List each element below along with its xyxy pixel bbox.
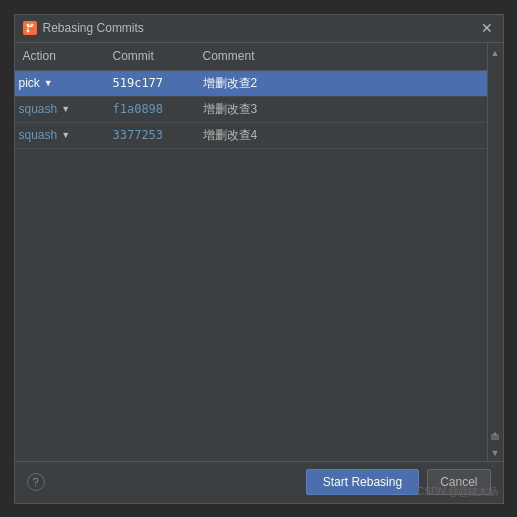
table-row[interactable]: squash ▼ f1a0898 增删改查3 [15, 97, 487, 123]
table-row[interactable]: squash ▼ 3377253 增删改查4 [15, 123, 487, 149]
right-panel: ▲ ▼ [487, 43, 503, 461]
scroll-up-button[interactable]: ▲ [488, 46, 502, 60]
main-table: Action Commit Comment pick ▼ 519c177 增删改… [15, 43, 487, 461]
git-icon [23, 21, 37, 35]
column-header-action: Action [15, 49, 105, 63]
cell-commit-2: 3377253 [105, 128, 195, 142]
action-value-1: squash [19, 102, 58, 116]
close-button[interactable]: ✕ [479, 20, 495, 36]
cell-comment-0: 增删改查2 [195, 75, 487, 92]
footer: ? Start Rebasing Cancel [15, 461, 503, 503]
table-body[interactable]: pick ▼ 519c177 增删改查2 squash ▼ f1a0898 增删… [15, 71, 487, 461]
cell-comment-2: 增删改查4 [195, 127, 487, 144]
cancel-button[interactable]: Cancel [427, 469, 490, 495]
dropdown-arrow-0[interactable]: ▼ [44, 78, 53, 88]
action-value-0: pick [19, 76, 40, 90]
column-header-comment: Comment [195, 49, 471, 63]
action-value-2: squash [19, 128, 58, 142]
footer-buttons: Start Rebasing Cancel [306, 469, 491, 495]
dropdown-arrow-2[interactable]: ▼ [61, 130, 70, 140]
table-row[interactable]: pick ▼ 519c177 增删改查2 [15, 71, 487, 97]
dropdown-arrow-1[interactable]: ▼ [61, 104, 70, 114]
title-bar-left: Rebasing Commits [23, 21, 144, 35]
start-rebasing-button[interactable]: Start Rebasing [306, 469, 419, 495]
svg-marker-8 [493, 432, 497, 435]
cell-commit-1: f1a0898 [105, 102, 195, 116]
reorder-icon[interactable] [488, 430, 502, 444]
svg-point-2 [26, 30, 29, 33]
scroll-down-button[interactable]: ▼ [488, 446, 502, 460]
help-button[interactable]: ? [27, 473, 45, 491]
dialog-title: Rebasing Commits [43, 21, 144, 35]
content-area: Action Commit Comment pick ▼ 519c177 增删改… [15, 43, 503, 461]
cell-action-0[interactable]: pick ▼ [15, 76, 105, 90]
table-header: Action Commit Comment [15, 43, 487, 71]
cell-action-2[interactable]: squash ▼ [15, 128, 105, 142]
cell-action-1[interactable]: squash ▼ [15, 102, 105, 116]
title-bar: Rebasing Commits ✕ [15, 15, 503, 43]
column-header-commit: Commit [105, 49, 195, 63]
help-label: ? [32, 476, 38, 488]
cell-comment-1: 增删改查3 [195, 101, 487, 118]
cell-commit-0: 519c177 [105, 76, 195, 90]
rebasing-commits-dialog: Rebasing Commits ✕ Action Commit Comment… [14, 14, 504, 504]
